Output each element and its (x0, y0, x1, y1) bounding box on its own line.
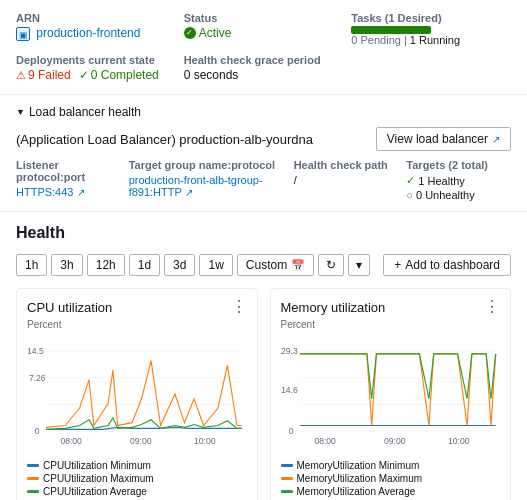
status-block: Status Active (184, 12, 344, 46)
cpu-chart-legend: CPUUtilization Minimum CPUUtilization Ma… (27, 460, 247, 497)
check-icon: ✓ (79, 68, 89, 82)
target-external-icon: ↗ (185, 187, 193, 198)
lb-toggle[interactable]: ▼ Load balancer health (16, 105, 511, 119)
healthy-status: ✓ 1 Healthy (406, 174, 511, 187)
mem-max-legend-dot (281, 477, 293, 480)
time-controls: 1h 3h 12h 1d 3d 1w Custom 📅 ↻ ▾ + Add to… (16, 254, 511, 276)
mem-min-legend: MemoryUtilization Minimum (281, 460, 501, 471)
health-grace-block: Health check grace period 0 seconds (184, 54, 344, 82)
mem-max-legend: MemoryUtilization Maximum (281, 473, 501, 484)
target-label: Target group name:protocol (129, 159, 286, 171)
health-path-col: Health check path / (294, 159, 399, 201)
svg-text:29.3: 29.3 (281, 346, 298, 356)
svg-text:09:00: 09:00 (384, 436, 406, 446)
time-3h-button[interactable]: 3h (51, 254, 82, 276)
tasks-running: 1 Running (410, 34, 460, 46)
settings-dropdown-button[interactable]: ▾ (348, 254, 370, 276)
tasks-bar-fill (351, 26, 431, 34)
time-1h-button[interactable]: 1h (16, 254, 47, 276)
add-to-dashboard-button[interactable]: + Add to dashboard (383, 254, 511, 276)
refresh-button[interactable]: ↻ (318, 254, 344, 276)
charts-grid: CPU utilization ⋮ Percent 14.5 7.26 0 08… (16, 288, 511, 500)
cpu-chart-title: CPU utilization ⋮ (27, 299, 247, 315)
deployments-block: Deployments current state ⚠ 9 Failed ✓ 0… (16, 54, 176, 82)
top-info-section: ARN ▣ production-frontend Status Active … (0, 0, 527, 95)
memory-chart-svg: 29.3 14.6 0 08:00 09:00 10:00 (281, 334, 501, 454)
custom-label: Custom (246, 258, 287, 272)
mem-min-legend-dot (281, 464, 293, 467)
target-col: Target group name:protocol production-fr… (129, 159, 286, 201)
deployments-label: Deployments current state (16, 54, 176, 66)
cpu-avg-legend: CPUUtilization Average (27, 486, 247, 497)
memory-chart-area: 29.3 14.6 0 08:00 09:00 10:00 (281, 334, 501, 454)
cpu-max-legend-dot (27, 477, 39, 480)
listener-value[interactable]: HTTPS:443 (16, 186, 73, 198)
lb-header: (Application Load Balancer) production-a… (16, 127, 511, 151)
memory-chart-title: Memory utilization ⋮ (281, 299, 501, 315)
custom-time-button[interactable]: Custom 📅 (237, 254, 314, 276)
targets-label: Targets (2 total) (406, 159, 511, 171)
cpu-chart-menu-icon[interactable]: ⋮ (231, 299, 247, 315)
tasks-bar-container (351, 26, 511, 34)
svg-text:14.6: 14.6 (281, 385, 298, 395)
unhealthy-status: ○ 0 Unhealthy (406, 189, 511, 201)
time-1w-button[interactable]: 1w (199, 254, 232, 276)
target-info: ✓ 1 Healthy ○ 0 Unhealthy (406, 174, 511, 201)
tasks-pending: 0 Pending (351, 34, 401, 46)
cpu-min-legend: CPUUtilization Minimum (27, 460, 247, 471)
cpu-min-legend-dot (27, 464, 39, 467)
targets-col: Targets (2 total) ✓ 1 Healthy ○ 0 Unheal… (406, 159, 511, 201)
warning-icon: ⚠ (16, 69, 26, 82)
health-section: Health 1h 3h 12h 1d 3d 1w Custom 📅 ↻ ▾ +… (0, 212, 527, 500)
listener-col: Listener protocol:port HTTPS:443 ↗ (16, 159, 121, 201)
memory-y-label: Percent (281, 319, 501, 330)
tasks-counts: 0 Pending | 1 Running (351, 34, 511, 46)
cpu-avg-legend-dot (27, 490, 39, 493)
svg-text:09:00: 09:00 (130, 436, 152, 446)
time-3d-button[interactable]: 3d (164, 254, 195, 276)
cpu-y-label: Percent (27, 319, 247, 330)
health-path-label: Health check path (294, 159, 399, 171)
listener-label: Listener protocol:port (16, 159, 121, 183)
refresh-icon: ↻ (326, 258, 336, 272)
status-value: Active (184, 26, 344, 40)
memory-chart-legend: MemoryUtilization Minimum MemoryUtilizat… (281, 460, 501, 497)
health-grace-value: 0 seconds (184, 68, 344, 82)
tasks-block: Tasks (1 Desired) 0 Pending | 1 Running (351, 12, 511, 46)
svg-text:0: 0 (35, 426, 40, 436)
add-icon: + (394, 258, 401, 272)
svg-text:10:00: 10:00 (194, 436, 216, 446)
tasks-label: Tasks (1 Desired) (351, 12, 511, 24)
server-icon: ▣ (16, 27, 30, 41)
mem-avg-legend: MemoryUtilization Average (281, 486, 501, 497)
health-grace-label: Health check grace period (184, 54, 344, 66)
listener-external-icon: ↗ (77, 187, 85, 198)
svg-text:08:00: 08:00 (314, 436, 336, 446)
triangle-icon: ▼ (16, 107, 25, 117)
svg-text:14.5: 14.5 (27, 346, 44, 356)
cpu-chart-svg: 14.5 7.26 0 08:00 09:00 10:00 (27, 334, 247, 454)
cpu-chart-card: CPU utilization ⋮ Percent 14.5 7.26 0 08… (16, 288, 258, 500)
arn-name: production-frontend (36, 26, 140, 40)
health-path-value: / (294, 174, 297, 186)
svg-text:7.26: 7.26 (29, 373, 46, 383)
status-label: Status (184, 12, 344, 24)
deploy-badges: ⚠ 9 Failed ✓ 0 Completed (16, 68, 176, 82)
status-dot-icon (184, 27, 196, 39)
view-load-balancer-button[interactable]: View load balancer ↗ (376, 127, 511, 151)
health-title: Health (16, 224, 511, 242)
memory-chart-menu-icon[interactable]: ⋮ (484, 299, 500, 315)
failed-badge: ⚠ 9 Failed (16, 68, 71, 82)
cpu-chart-area: 14.5 7.26 0 08:00 09:00 10:00 (27, 334, 247, 454)
chevron-down-icon: ▾ (356, 258, 362, 272)
memory-chart-card: Memory utilization ⋮ Percent 29.3 14.6 0… (270, 288, 512, 500)
lb-details: Listener protocol:port HTTPS:443 ↗ Targe… (16, 159, 511, 201)
calendar-icon: 📅 (291, 259, 305, 272)
time-12h-button[interactable]: 12h (87, 254, 125, 276)
target-value[interactable]: production-front-alb-tgroup-f891:HTTP (129, 174, 263, 198)
lb-section-title: Load balancer health (29, 105, 141, 119)
time-1d-button[interactable]: 1d (129, 254, 160, 276)
svg-text:08:00: 08:00 (60, 436, 82, 446)
healthy-check-icon: ✓ (406, 174, 415, 187)
arn-block: ARN ▣ production-frontend (16, 12, 176, 46)
